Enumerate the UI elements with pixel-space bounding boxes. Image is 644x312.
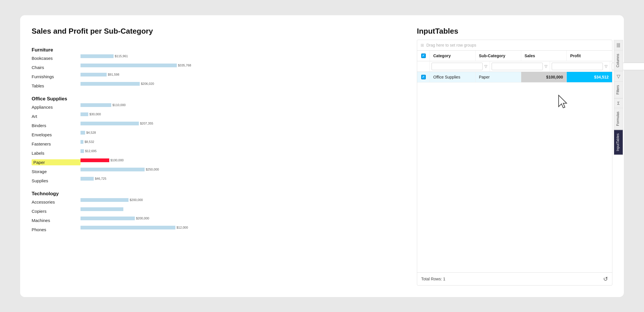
bar-wrapper: $200,000 <box>80 198 400 206</box>
chart-title: Sales and Profit per Sub-Category <box>32 27 400 36</box>
sub-row: Fasteners$8,532 <box>32 140 400 148</box>
sales-bar <box>80 112 88 116</box>
sub-row: Accessories$200,000 <box>32 198 400 206</box>
row-profit: $34,512 <box>567 72 612 82</box>
refresh-button[interactable]: ↺ <box>603 275 608 282</box>
bar-wrapper: $12,695 <box>80 149 400 157</box>
sub-label: Labels <box>32 151 80 156</box>
columns-tab-icon[interactable]: ||| <box>614 40 623 50</box>
side-tabs: ||| Columns ▽ Filters Σ Formulas InputTa… <box>614 40 623 155</box>
formulas-tab-icon[interactable]: Σ <box>614 98 623 108</box>
filters-tab[interactable]: Filters <box>614 81 623 98</box>
bar-wrapper: $335,768 <box>80 64 400 72</box>
sales-bar <box>80 140 83 144</box>
formulas-tab[interactable]: Formulas <box>614 108 623 130</box>
sub-row: Art$30,000 <box>32 112 400 121</box>
sales-bar <box>80 64 177 67</box>
sub-row: Machines$200,000 <box>32 216 400 225</box>
sales-bar <box>80 198 129 202</box>
filter-category: ▽ <box>430 61 490 72</box>
row-checkbox-checked[interactable] <box>421 75 426 79</box>
bar-value-label: $110,000 <box>112 103 126 107</box>
sales-bar <box>80 82 140 86</box>
inputtables-tab[interactable]: InputTables <box>614 130 623 155</box>
row-checkbox[interactable] <box>417 72 430 82</box>
bar-value-label: $250,000 <box>146 168 159 171</box>
table-row[interactable]: Office Supplies Paper $100,000 $34,512 <box>417 72 612 83</box>
bar-wrapper: $115,961 <box>80 54 400 62</box>
sales-bar <box>80 158 109 162</box>
sub-label: Binders <box>32 123 80 128</box>
category-group: Office SuppliesAppliances$110,000Art$30,… <box>32 93 400 186</box>
bar-value-label: $200,000 <box>136 217 149 220</box>
sales-bar <box>80 149 84 153</box>
sub-row: Chairs$335,768 <box>32 63 400 72</box>
filter-subcategory: ▽ <box>490 61 550 72</box>
filter-category-btn[interactable]: ▽ <box>484 64 488 69</box>
sub-row: Binders$207,355 <box>32 121 400 130</box>
sales-bar <box>80 226 175 229</box>
filter-sales-btn[interactable]: ▽ <box>604 64 608 69</box>
row-subcategory: Paper <box>476 72 521 82</box>
filter-subcategory-input[interactable] <box>492 63 543 70</box>
filter-category-input[interactable] <box>432 63 483 70</box>
sub-label: Paper <box>32 159 80 165</box>
filter-sales: ▽ <box>550 61 610 72</box>
category-label: Office Supplies <box>32 93 400 103</box>
bar-value-label: $46,725 <box>95 177 106 180</box>
filter-sales-input[interactable] <box>552 63 603 70</box>
main-container: Sales and Profit per Sub-Category Furnit… <box>20 15 624 297</box>
sub-row: Furnishings$91,598 <box>32 72 400 81</box>
bar-value-label: $100,000 <box>110 158 124 162</box>
columns-tab[interactable]: Columns <box>614 50 623 71</box>
bar-wrapper: $46,725 <box>80 177 400 185</box>
sales-bar <box>80 54 114 58</box>
bar-wrapper: $200,000 <box>80 217 400 225</box>
row-sales: $100,000 <box>521 72 567 82</box>
bar-value-label: $200,000 <box>130 198 143 202</box>
th-sales: Sales <box>521 51 567 61</box>
bar-wrapper: $250,000 <box>80 168 400 176</box>
sales-bar <box>80 103 111 107</box>
th-profit: Profit <box>567 51 612 61</box>
sub-label: Accessories <box>32 200 80 204</box>
sub-row: Appliances$110,000 <box>32 103 400 112</box>
sales-bar <box>80 131 85 135</box>
sales-bar <box>80 168 145 171</box>
bar-wrapper: $100,000 <box>80 158 400 166</box>
sub-label: Art <box>32 114 80 119</box>
sub-label: Phones <box>32 227 80 232</box>
sales-bar <box>80 73 107 76</box>
filter-checkbox-col <box>417 61 430 72</box>
left-panel: Sales and Profit per Sub-Category Furnit… <box>32 27 400 286</box>
filter-subcategory-btn[interactable]: ▽ <box>544 64 548 69</box>
filters-tab-icon[interactable]: ▽ <box>614 71 623 81</box>
table-header-row: Category Sub-Category Sales Profit <box>417 51 612 61</box>
category-group: FurnitureBookcases$115,961Chairs$335,768… <box>32 44 400 91</box>
sub-label: Chairs <box>32 65 80 70</box>
filter-row: ▽ ▽ ▽ ▽ <box>417 61 612 72</box>
sub-row: Copiers <box>32 207 400 216</box>
category-group: TechnologyAccessories$200,000CopiersMach… <box>32 188 400 235</box>
bar-value-label: $4,528 <box>86 131 96 134</box>
sub-label: Fasteners <box>32 141 80 146</box>
chart-area: FurnitureBookcases$115,961Chairs$335,768… <box>32 44 400 237</box>
bar-wrapper: $4,528 <box>80 131 400 139</box>
bar-wrapper: $12,000 <box>80 226 400 234</box>
sub-row: Bookcases$115,961 <box>32 54 400 63</box>
bar-value-label: $335,768 <box>178 64 191 67</box>
sub-label: Appliances <box>32 105 80 110</box>
bar-wrapper: $110,000 <box>80 103 400 111</box>
category-label: Furniture <box>32 44 400 54</box>
header-checkbox-checked[interactable] <box>421 53 426 58</box>
sub-row: Paper$100,000 <box>32 158 400 167</box>
drag-icon: ⊞ <box>421 43 424 47</box>
category-label: Technology <box>32 188 400 198</box>
input-tables-title: InputTables <box>417 27 612 36</box>
bar-wrapper <box>80 207 400 215</box>
header-checkbox[interactable] <box>417 51 430 61</box>
input-tables-wrapper: ⊞ Drag here to set row groups Category S… <box>417 40 612 286</box>
bar-wrapper: $207,355 <box>80 122 400 130</box>
sub-label: Supplies <box>32 178 80 183</box>
bar-value-label: $12,695 <box>85 149 97 153</box>
